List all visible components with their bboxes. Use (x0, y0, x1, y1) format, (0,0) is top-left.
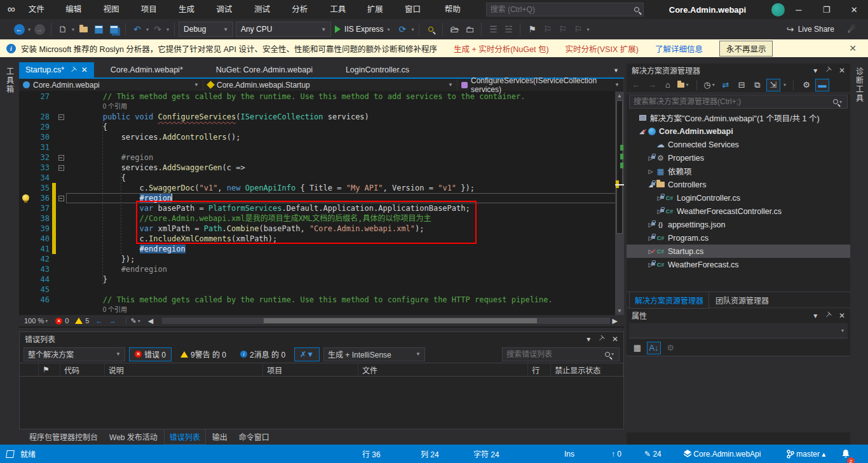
code-line[interactable]: 43#endregion (19, 264, 624, 274)
column-header-代码[interactable]: 代码 (60, 363, 105, 376)
tree-item-Program-cs[interactable]: ▷C#Program.cs (627, 231, 850, 245)
menu-编辑(E)[interactable]: 编辑(E) (60, 0, 97, 19)
sync-with-active-document-icon[interactable]: ⇄ (719, 79, 733, 91)
tree-item-Properties[interactable]: ▷⚙Properties (627, 151, 850, 164)
panel-dropdown-icon[interactable]: ▾ (813, 311, 817, 320)
hscroll-right-icon[interactable]: ▶ (613, 317, 618, 325)
code-line[interactable]: 31 (19, 142, 624, 152)
scope-dropdown[interactable]: 整个解决方案▼ (24, 347, 125, 361)
track-changes-icon[interactable]: ✎▾ (130, 317, 141, 325)
column-header-行[interactable]: 行 (528, 363, 551, 376)
code-line[interactable]: 42}); (19, 254, 624, 264)
user-avatar[interactable] (771, 3, 785, 17)
feedback-icon[interactable]: ☄ (844, 22, 858, 37)
collapse-icon[interactable]: − (58, 196, 64, 201)
redo-dropdown[interactable]: ▾ (166, 27, 169, 32)
properties-object-dropdown[interactable]: ▾ (629, 323, 848, 339)
code-line[interactable]: 28−public void ConfigureServices(IServic… (19, 112, 624, 122)
diagnostic-tools-vertical-tab[interactable]: 诊断工具 (854, 64, 865, 107)
new-file-dropdown[interactable]: ▾ (72, 27, 74, 32)
scroll-down-icon[interactable]: ▼ (615, 308, 624, 314)
tab-pin-icon[interactable]: ⊤ (68, 65, 78, 75)
solution-explorer-search-input[interactable] (634, 97, 833, 106)
toolbar-overflow[interactable]: ▾ (587, 27, 589, 32)
lightbulb-icon[interactable] (22, 194, 29, 201)
refresh-button[interactable]: ⟳ (395, 22, 409, 37)
comment-button[interactable]: 🗁 (447, 22, 461, 37)
code-editor[interactable]: 27// This method gets called by the runt… (19, 91, 624, 315)
tree-item-依赖项[interactable]: ▷▦依赖项 (627, 164, 850, 178)
bottom-tab-输出[interactable]: 输出 (207, 429, 233, 444)
infobar-link[interactable]: 了解详细信息 (655, 45, 703, 54)
source-dropdown[interactable]: 生成 + IntelliSense▼ (323, 347, 425, 361)
explorer-tab-团队资源管理器[interactable]: 团队资源管理器 (710, 292, 774, 308)
switch-views-icon[interactable]: ▾ (677, 79, 691, 91)
navigate-back-button[interactable]: ← (12, 22, 26, 37)
navigate-forward-button[interactable]: → (32, 22, 46, 37)
menu-工具(T)[interactable]: 工具(T) (324, 0, 362, 19)
bottom-tab-错误列表[interactable]: 错误列表 (164, 429, 206, 445)
expand-icon[interactable]: ▷ (647, 168, 654, 175)
editor-tab-Startup-cs-[interactable]: Startup.cs*⊤✕ (19, 62, 94, 77)
hscroll-left-icon[interactable]: ◀ (148, 317, 153, 325)
menu-帮助(H)[interactable]: 帮助(H) (439, 0, 477, 19)
pin-icon[interactable]: ⊤ (823, 311, 833, 321)
collapse-icon[interactable]: − (58, 114, 64, 120)
home-icon[interactable]: ⌂ (661, 79, 675, 91)
code-line[interactable]: 44} (19, 274, 624, 285)
new-file-button[interactable]: 🗋 (56, 22, 70, 37)
tree-item-Connected-Services[interactable]: ☁Connected Services (627, 138, 850, 151)
panel-dropdown-icon[interactable]: ▾ (587, 335, 590, 344)
errors-filter-button[interactable]: ✕ 错误 0 (129, 347, 172, 361)
notifications-bell-button[interactable]: 2 (841, 445, 850, 463)
member-dropdown[interactable]: ConfigureServices(IServiceCollection ser… (458, 79, 624, 91)
repository-button[interactable]: Core.Admin.webApi (684, 445, 761, 463)
quick-search-box[interactable] (486, 3, 644, 17)
menu-视图(V)[interactable]: 视图(V) (98, 0, 135, 19)
open-file-button[interactable] (76, 22, 90, 37)
editor-tab-Core-Admin-webapi-[interactable]: Core.Admin.webapi* (94, 62, 200, 77)
undo-dropdown[interactable]: ▾ (146, 27, 149, 32)
column-header-文件[interactable]: 文件 (358, 363, 528, 376)
tab-overflow-icon[interactable]: ▼ (608, 67, 624, 74)
editor-errors-indicator[interactable]: ✕0 (55, 317, 69, 325)
vertical-scrollbar[interactable]: ▲ ▼ (615, 91, 624, 315)
forward-icon[interactable]: → (645, 79, 659, 91)
codelens-row[interactable]: 0 个引用 (19, 102, 624, 112)
tree-item-WeatherForecast-cs[interactable]: ▷C#WeatherForecast.cs (627, 258, 850, 271)
branch-button[interactable]: master ▴ (787, 445, 825, 463)
menu-扩展(X)[interactable]: 扩展(X) (362, 0, 399, 19)
project-dropdown[interactable]: Core.Admin.webapi▼ (19, 79, 203, 91)
minimize-button[interactable]: ─ (785, 0, 813, 19)
navigate-back-dropdown[interactable]: ▾ (28, 27, 31, 32)
scroll-up-icon[interactable]: ▲ (615, 93, 624, 98)
editor-tab-NuGet-Core-Admin-webapi[interactable]: NuGet: Core.Admin.webapi (200, 62, 329, 77)
close-button[interactable]: ✕ (840, 0, 868, 19)
collapse-icon[interactable]: − (58, 165, 64, 171)
menu-测试(S)[interactable]: 测试(S) (248, 0, 286, 19)
explorer-tab-解决方案资源管理器[interactable]: 解决方案资源管理器 (629, 292, 709, 309)
pin-icon[interactable]: ⊤ (823, 65, 833, 76)
bookmark-button[interactable]: ⚑ (525, 22, 539, 37)
column-header-说明[interactable]: 说明 (105, 363, 263, 376)
severity-column-header[interactable]: ⚑ (39, 363, 60, 376)
tree-item-WeatherForecastController-cs[interactable]: ▷C#WeatherForecastController.cs (627, 205, 850, 218)
code-line[interactable]: 35c.SwaggerDoc("v1", new OpenApiInfo { T… (19, 183, 624, 193)
editor-warnings-indicator[interactable]: 5 (75, 317, 89, 325)
infobar-close-icon[interactable]: ✕ (844, 43, 862, 53)
quick-search-input[interactable] (491, 5, 634, 14)
code-line[interactable]: 45 (19, 285, 624, 295)
zoom-dropdown[interactable]: 100 %▾ (24, 317, 49, 325)
collapse-icon[interactable]: − (58, 155, 64, 161)
save-all-button[interactable] (107, 22, 121, 37)
panel-dropdown-icon[interactable]: ▾ (813, 66, 817, 75)
code-line[interactable]: 27// This method gets called by the runt… (19, 91, 624, 102)
preview-selected-items-toggle[interactable]: ⇲ (766, 79, 780, 91)
menu-窗口(W)[interactable]: 窗口(W) (399, 0, 439, 19)
refresh-dropdown[interactable]: ▾ (411, 27, 414, 32)
increase-indent-button[interactable]: ☱ (501, 22, 515, 37)
alphabetical-sort-icon[interactable]: A↓ (647, 342, 661, 354)
code-line[interactable]: 32−#region (19, 152, 624, 163)
start-debugging-button[interactable]: IIS Express▾ (331, 22, 395, 37)
filter-button[interactable]: ✗▼ (294, 347, 320, 361)
